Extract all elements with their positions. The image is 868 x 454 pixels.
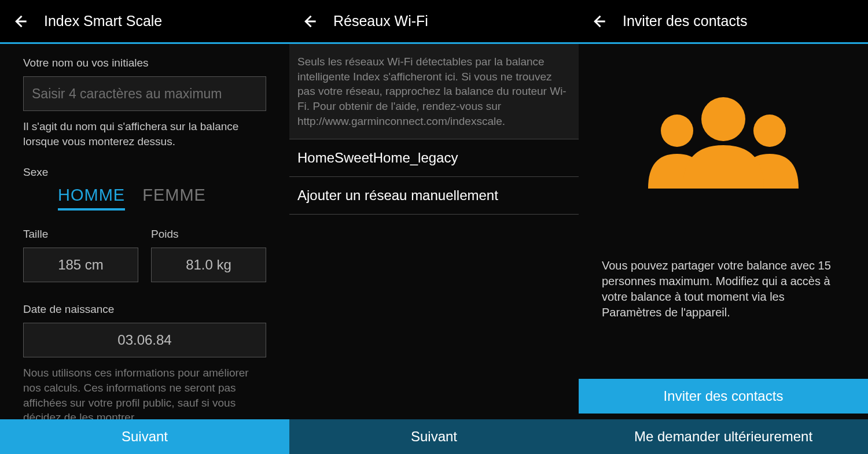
height-label: Taille: [23, 228, 138, 241]
content: Seuls les réseaux Wi-Fi détectables par …: [289, 44, 579, 454]
weight-label: Poids: [151, 228, 266, 241]
svg-point-1: [753, 115, 786, 147]
page-title: Index Smart Scale: [44, 13, 162, 29]
wifi-info-text: Seuls les réseaux Wi-Fi détectables par …: [289, 44, 579, 139]
sex-option-female[interactable]: FEMME: [142, 186, 206, 211]
header: Index Smart Scale: [0, 0, 289, 44]
ask-later-button[interactable]: Me demander ultérieurement: [579, 419, 868, 454]
back-arrow-icon[interactable]: [12, 13, 28, 29]
name-hint: Il s'agit du nom qui s'affichera sur la …: [23, 119, 266, 149]
sex-option-male[interactable]: HOMME: [58, 186, 125, 211]
next-button[interactable]: Suivant: [0, 419, 289, 454]
header: Réseaux Wi-Fi: [289, 0, 579, 44]
invite-contacts-button[interactable]: Inviter des contacts: [579, 379, 868, 414]
dob-label: Date de naissance: [23, 303, 266, 316]
page-title: Réseaux Wi-Fi: [333, 13, 428, 29]
invite-description: Vous pouvez partager votre balance avec …: [602, 258, 845, 320]
page-title: Inviter des contacts: [623, 13, 747, 29]
back-arrow-icon[interactable]: [590, 13, 606, 29]
screen-wifi: Réseaux Wi-Fi Seuls les réseaux Wi-Fi dé…: [289, 0, 579, 454]
back-arrow-icon[interactable]: [301, 13, 317, 29]
disclaimer-text: Nous utilisons ces informations pour amé…: [23, 366, 266, 425]
next-button[interactable]: Suivant: [289, 419, 579, 454]
svg-point-2: [701, 97, 745, 141]
name-label: Votre nom ou vos initiales: [23, 57, 266, 69]
header: Inviter des contacts: [579, 0, 868, 44]
height-input[interactable]: 185 cm: [23, 248, 138, 282]
screen-profile: Index Smart Scale Votre nom ou vos initi…: [0, 0, 289, 454]
people-group-icon: [602, 90, 845, 189]
screen-invite: Inviter des contacts Vous pouvez partage…: [579, 0, 868, 454]
name-input[interactable]: Saisir 4 caractères au maximum: [23, 76, 266, 111]
wifi-network-item[interactable]: HomeSweetHome_legacy: [289, 139, 579, 177]
weight-input[interactable]: 81.0 kg: [151, 248, 266, 282]
add-network-manually[interactable]: Ajouter un réseau manuellement: [289, 177, 579, 215]
svg-point-0: [661, 115, 693, 147]
dob-input[interactable]: 03.06.84: [23, 323, 266, 357]
sex-selector: HOMME FEMME: [23, 186, 266, 211]
content: Votre nom ou vos initiales Saisir 4 cara…: [0, 44, 289, 454]
sex-label: Sexe: [23, 166, 266, 179]
